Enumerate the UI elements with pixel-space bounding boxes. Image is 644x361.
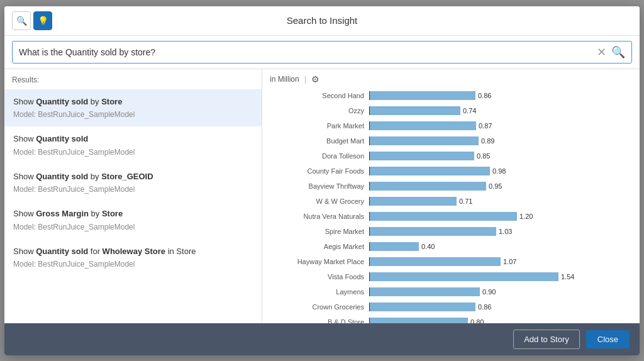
modal-overlay: 🔍 💡 Search to Insight ✕ 🔍 Resul <box>0 0 644 361</box>
bar-fill <box>370 318 468 323</box>
result-subtext: Model: BestRunJuice_SampleModel <box>13 221 253 233</box>
bar-row: Crown Groceries0.86 <box>269 301 633 313</box>
bar-axis <box>369 136 370 145</box>
chart-unit-label: in Million <box>270 75 299 84</box>
bar-label: Laymens <box>269 288 369 296</box>
bar-row: Spire Market1.03 <box>269 225 633 238</box>
search-submit-icon[interactable]: 🔍 <box>611 45 625 59</box>
results-label: Results: <box>4 75 262 89</box>
bar-track: 1.07 <box>369 257 633 266</box>
bar-label: Dora Tolleson <box>269 152 369 160</box>
bar-value: 0.86 <box>478 303 491 311</box>
results-panel: Results: Show Quantity sold by StoreMode… <box>4 69 262 323</box>
bar-axis <box>369 318 370 323</box>
bar-axis <box>369 152 370 160</box>
bar-label: Vista Foods <box>269 273 369 280</box>
bar-label: B & D Store <box>269 318 369 323</box>
bar-value: 1.03 <box>499 228 512 235</box>
bar-fill <box>370 227 496 236</box>
close-button[interactable]: Close <box>586 330 630 348</box>
bulb-icon: 💡 <box>38 16 48 26</box>
bar-fill <box>370 257 501 266</box>
bar-value: 0.40 <box>421 243 435 250</box>
modal-footer: Add to Story Close <box>4 323 640 355</box>
bar-row: Vista Foods1.54 <box>269 270 633 283</box>
bar-row: W & W Grocery0.71 <box>269 195 633 208</box>
bar-fill <box>370 303 475 311</box>
bar-fill <box>370 272 558 281</box>
search-bar-icons: ✕ 🔍 <box>597 45 625 59</box>
bar-axis <box>369 182 370 191</box>
bar-value: 0.89 <box>481 137 494 145</box>
bar-label: County Fair Foods <box>269 167 369 175</box>
bar-label: W & W Grocery <box>269 197 369 205</box>
bar-track: 0.40 <box>369 242 633 251</box>
search-bar-container: ✕ 🔍 <box>4 36 640 69</box>
bar-value: 0.80 <box>470 318 484 323</box>
bar-row: Park Market0.87 <box>269 119 633 132</box>
search-bar: ✕ 🔍 <box>12 41 632 64</box>
bar-row: B & D Store0.80 <box>269 316 633 323</box>
bar-label: Spire Market <box>269 228 369 235</box>
bar-value: 1.20 <box>519 213 533 220</box>
bar-value: 1.54 <box>561 273 574 280</box>
bar-track: 0.95 <box>369 182 633 191</box>
bar-row: Second Hand0.86 <box>269 89 633 102</box>
result-subtext: Model: BestRunJuice_SampleModel <box>13 147 253 158</box>
bar-fill <box>370 212 517 221</box>
bar-row: County Fair Foods0.98 <box>269 165 633 177</box>
bar-value: 0.71 <box>459 197 472 205</box>
insight-mode-button[interactable]: 💡 <box>33 11 52 30</box>
bar-label: Bayview Thriftway <box>269 182 369 190</box>
bar-fill <box>370 152 474 160</box>
result-item[interactable]: Show Gross Margin by StoreModel: BestRun… <box>4 201 262 239</box>
bar-track: 1.20 <box>369 212 633 221</box>
bar-label: Budget Mart <box>269 137 369 145</box>
add-to-story-button[interactable]: Add to Story <box>513 330 580 349</box>
modal: 🔍 💡 Search to Insight ✕ 🔍 Resul <box>4 6 640 355</box>
search-input[interactable] <box>19 47 597 57</box>
bar-track: 0.85 <box>369 152 633 160</box>
bar-fill <box>370 182 486 191</box>
bar-value: 0.95 <box>489 182 502 190</box>
bar-axis <box>369 121 370 130</box>
bar-track: 0.86 <box>369 91 633 100</box>
bar-fill <box>370 197 457 206</box>
chart-content: Second Hand0.86Ozzy0.74Park Market0.87Bu… <box>262 89 640 323</box>
bar-row: Ozzy0.74 <box>269 104 633 117</box>
bar-axis <box>369 257 370 266</box>
result-subtext: Model: BestRunJuice_SampleModel <box>13 109 253 120</box>
bar-value: 0.98 <box>492 167 506 175</box>
clear-icon[interactable]: ✕ <box>597 45 606 59</box>
bar-track: 0.80 <box>369 318 633 323</box>
bar-track: 1.03 <box>369 227 633 236</box>
bar-label: Crown Groceries <box>269 303 369 311</box>
bar-row: Dora Tolleson0.85 <box>269 150 633 162</box>
chart-panel: in Million | ⚙ Second Hand0.86Ozzy0.74Pa… <box>262 69 640 323</box>
result-item[interactable]: Show Quantity soldModel: BestRunJuice_Sa… <box>4 126 262 164</box>
bar-fill <box>370 121 476 130</box>
bar-fill <box>370 91 475 100</box>
search-mode-button[interactable]: 🔍 <box>12 11 31 30</box>
bar-row: Nutra Vera Naturals1.20 <box>269 210 633 223</box>
bar-axis <box>369 287 370 296</box>
result-subtext: Model: BestRunJuice_SampleModel <box>13 184 253 195</box>
result-item[interactable]: Show Quantity sold by StoreModel: BestRu… <box>4 89 262 127</box>
bar-track: 0.90 <box>369 287 633 296</box>
bar-label: Park Market <box>269 122 369 130</box>
modal-title: Search to Insight <box>287 15 358 26</box>
bar-axis <box>369 272 370 281</box>
bar-value: 0.86 <box>478 92 491 99</box>
chart-header: in Million | ⚙ <box>262 74 640 89</box>
bar-fill <box>370 167 490 175</box>
bar-track: 0.86 <box>369 303 633 311</box>
results-list: Show Quantity sold by StoreModel: BestRu… <box>4 89 262 277</box>
bar-track: 0.74 <box>369 106 633 115</box>
bar-row: Hayway Market Place1.07 <box>269 255 633 268</box>
bar-label: Nutra Vera Naturals <box>269 213 369 220</box>
bar-value: 0.74 <box>463 107 476 114</box>
result-item[interactable]: Show Quantity sold for Wholeway Store in… <box>4 239 262 277</box>
bar-track: 0.87 <box>369 121 633 130</box>
chart-settings-icon[interactable]: ⚙ <box>311 74 319 84</box>
result-item[interactable]: Show Quantity sold by Store_GEOIDModel: … <box>4 164 262 202</box>
